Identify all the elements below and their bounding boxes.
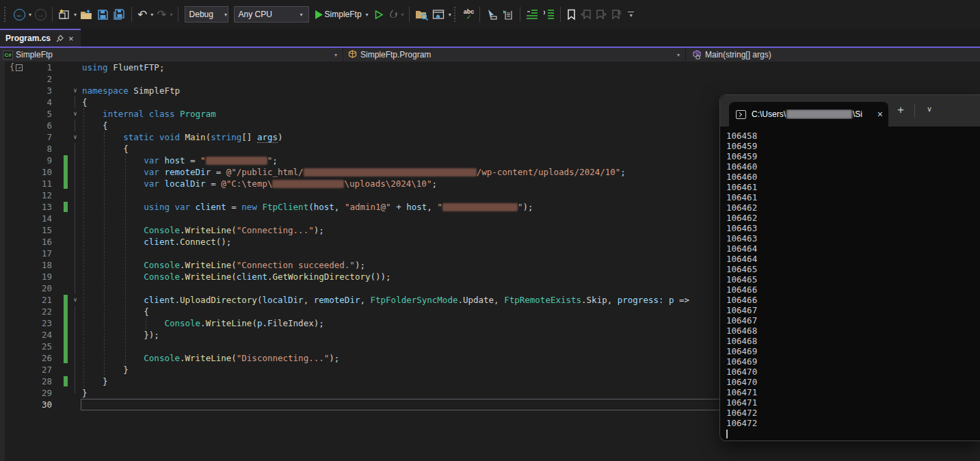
home-window-icon — [432, 9, 445, 21]
start-caret: ▾ — [365, 12, 370, 18]
terminal-line: 106460 — [726, 172, 980, 182]
profiler-caret[interactable]: ▾ — [400, 12, 406, 18]
toolbar-grip[interactable] — [4, 7, 8, 22]
redo-history-caret[interactable]: ▾ — [169, 12, 174, 18]
code-line: Console.WriteLine("Connection succeeded.… — [82, 259, 365, 271]
format-document-button[interactable] — [500, 5, 516, 23]
fold-chevron-icon[interactable]: ∨ — [70, 131, 80, 143]
solution-config-dropdown[interactable]: Debug ▾ — [185, 6, 228, 23]
line-number: 5 — [25, 108, 52, 120]
save-all-icon — [113, 9, 126, 21]
type-caret: ▾ — [677, 52, 685, 58]
code-line: client.Connect(); — [82, 236, 231, 248]
line-number: 4 — [25, 96, 52, 108]
flame-icon — [388, 9, 398, 21]
terminal-output[interactable]: 1064581064591064591064601064601064611064… — [720, 127, 980, 442]
class-icon — [347, 50, 358, 60]
back-history-caret[interactable]: ▾ — [27, 12, 33, 18]
bookmark-icon — [566, 9, 577, 21]
prev-bookmark-button[interactable] — [579, 5, 594, 23]
home-window-button[interactable] — [430, 5, 447, 23]
new-terminal-tab-button[interactable]: + — [893, 103, 908, 117]
redacted-text — [304, 168, 477, 176]
find-in-files-button[interactable] — [413, 5, 430, 23]
fold-chevron-icon[interactable]: ∨ — [70, 85, 80, 96]
project-dropdown[interactable]: C# SimpleFtp ▾ — [0, 48, 343, 62]
current-line-highlight — [81, 399, 721, 410]
pin-icon[interactable] — [56, 35, 64, 42]
terminal-dropdown-button[interactable]: ∨ — [922, 105, 937, 114]
start-debugging-button[interactable]: SimpleFtp ▾ — [312, 5, 372, 23]
line-number: 10 — [25, 166, 52, 178]
increase-indent-icon — [542, 9, 555, 20]
line-number: 16 — [25, 236, 52, 248]
terminal-window[interactable]: C:\Users\ \Si × + ∨ 10645810645910645910… — [719, 94, 980, 441]
terminal-tab-close-icon[interactable]: × — [877, 109, 883, 120]
terminal-cursor — [726, 430, 728, 438]
solution-platform-dropdown[interactable]: Any CPU ▾ — [234, 6, 309, 23]
redo-button[interactable]: ↷ — [155, 5, 168, 23]
increase-indent-button[interactable] — [540, 5, 557, 23]
select-tool-button[interactable] — [484, 5, 500, 23]
line-number: 24 — [25, 329, 52, 341]
code-line: { — [82, 306, 149, 317]
code-line: Console.WriteLine("Connecting..."); — [82, 224, 324, 236]
profiler-button[interactable] — [386, 5, 400, 23]
new-project-button[interactable] — [56, 5, 72, 23]
line-number: 18 — [25, 259, 52, 271]
toolbar-grip[interactable] — [454, 7, 458, 22]
line-number: 29 — [25, 387, 52, 399]
new-project-caret[interactable]: ▾ — [72, 12, 78, 18]
cursor-arrow-icon — [486, 9, 498, 21]
navigate-back-button[interactable]: ← — [12, 5, 27, 23]
terminal-line: 106463 — [726, 233, 980, 243]
decrease-indent-icon — [526, 9, 538, 20]
tab-title: Program.cs — [5, 34, 51, 43]
line-number: 6 — [25, 120, 52, 131]
toolbar-overflow-button[interactable]: ▾ — [628, 12, 634, 17]
fold-chevron-icon[interactable]: ∨ — [70, 108, 80, 120]
save-button[interactable] — [95, 5, 111, 23]
terminal-line: 106472 — [726, 408, 980, 418]
tab-close-icon[interactable]: × — [68, 34, 74, 44]
undo-history-caret[interactable]: ▾ — [149, 12, 155, 18]
line-number: 2 — [25, 73, 52, 85]
fold-chevron-icon[interactable]: ∨ — [70, 294, 80, 306]
start-without-debugging-button[interactable] — [372, 5, 386, 23]
next-bookmark-button[interactable] — [594, 5, 609, 23]
format-document-icon — [502, 9, 514, 21]
code-line: Console.WriteLine("Disconnecting..."); — [82, 352, 339, 364]
undo-button[interactable]: ↶ — [135, 5, 149, 23]
terminal-line: 106471 — [726, 387, 980, 397]
spell-check-button[interactable]: abc ✓ — [462, 5, 477, 23]
line-number: 30 — [25, 399, 52, 410]
terminal-tab[interactable]: C:\Users\ \Si × — [729, 102, 888, 127]
document-outline-icon[interactable]: { ↗ — [10, 62, 23, 72]
find-in-files-icon — [415, 9, 428, 21]
terminal-line: 106461 — [726, 182, 980, 192]
project-name: SimpleFtp — [13, 50, 53, 60]
platform-caret: ▾ — [299, 12, 304, 18]
line-number: 14 — [25, 213, 52, 224]
decrease-indent-button[interactable] — [524, 5, 540, 23]
code-line: client.UploadDirectory(localDir, remoteD… — [82, 294, 689, 306]
change-bar — [64, 202, 68, 212]
terminal-line: 106469 — [726, 346, 980, 356]
forward-icon: → — [35, 9, 47, 21]
terminal-line: 106459 — [726, 141, 980, 151]
terminal-line: 106468 — [726, 326, 980, 336]
home-window-caret[interactable]: ▾ — [447, 12, 453, 18]
save-all-button[interactable] — [111, 5, 128, 23]
type-dropdown[interactable]: SimpleFtp.Program ▾ — [343, 48, 686, 62]
method-private-icon — [691, 50, 702, 60]
line-number: 19 — [25, 271, 52, 282]
toggle-bookmark-button[interactable] — [564, 5, 579, 23]
tab-program-cs[interactable]: Program.cs × — [0, 29, 81, 47]
undo-icon: ↶ — [137, 8, 147, 22]
terminal-titlebar[interactable]: C:\Users\ \Si × + ∨ — [720, 95, 980, 127]
clear-bookmarks-button[interactable] — [609, 5, 624, 23]
toolbar-separator — [131, 7, 132, 22]
navigate-forward-button[interactable]: → — [33, 5, 49, 23]
member-dropdown[interactable]: Main(string[] args) — [686, 48, 980, 62]
open-file-button[interactable] — [78, 5, 95, 23]
